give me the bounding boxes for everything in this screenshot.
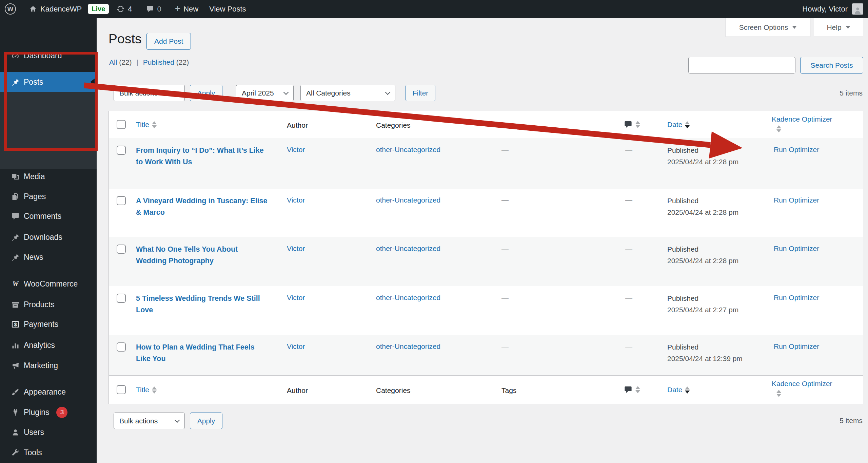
sidebar-item-tools[interactable]: Tools xyxy=(0,443,97,462)
column-header-categories: Categories xyxy=(376,121,411,129)
run-optimizer-link[interactable]: Run Optimizer xyxy=(774,245,819,253)
sidebar-item-pages[interactable]: Pages xyxy=(0,187,97,206)
comments-count: 0 xyxy=(157,5,161,14)
bulk-actions-select[interactable]: Bulk actions xyxy=(114,85,185,101)
column-footer-title[interactable]: Title xyxy=(136,386,157,394)
add-post-button[interactable]: Add Post xyxy=(146,33,191,50)
category-link[interactable]: other-Uncategorized xyxy=(376,294,440,302)
row-checkbox[interactable] xyxy=(117,196,126,205)
pin-icon xyxy=(11,233,20,242)
plus-icon: + xyxy=(175,5,180,12)
comments-value: — xyxy=(625,294,632,302)
author-link[interactable]: Victor xyxy=(287,245,305,253)
site-name-link[interactable]: KadenceWP xyxy=(29,5,82,14)
new-content-link[interactable]: + New xyxy=(175,5,198,14)
column-header-kadence-optimizer[interactable]: Kadence Optimizer xyxy=(772,115,832,132)
sidebar-label: Posts xyxy=(24,78,43,87)
megaphone-icon xyxy=(11,361,20,370)
run-optimizer-link[interactable]: Run Optimizer xyxy=(774,196,819,204)
sidebar-item-media[interactable]: Media xyxy=(0,167,97,186)
run-optimizer-link[interactable]: Run Optimizer xyxy=(774,146,819,154)
comment-bubble-icon xyxy=(624,120,633,129)
date-cell: Published2025/04/24 at 2:28 pm xyxy=(667,244,766,267)
sidebar-item-analytics[interactable]: Analytics xyxy=(0,335,97,355)
tab-screen-options[interactable]: Screen Options xyxy=(726,18,810,37)
plug-icon xyxy=(11,408,20,417)
column-header-title[interactable]: Title xyxy=(136,121,157,129)
apply-button-bottom[interactable]: Apply xyxy=(190,413,222,429)
author-link[interactable]: Victor xyxy=(287,342,305,351)
filter-button[interactable]: Filter xyxy=(406,85,435,101)
date-cell: Published2025/04/24 at 12:39 pm xyxy=(667,341,766,364)
sidebar-item-dashboard[interactable]: Dashboard xyxy=(0,46,97,65)
tab-help[interactable]: Help xyxy=(814,18,863,37)
sidebar-label: Comments xyxy=(24,212,61,221)
row-checkbox[interactable] xyxy=(117,146,126,155)
category-link[interactable]: other-Uncategorized xyxy=(376,245,440,253)
search-posts-button[interactable]: Search Posts xyxy=(800,57,863,73)
tags-value: — xyxy=(501,245,509,253)
row-checkbox[interactable] xyxy=(117,294,126,303)
view-filter-links: All (22) | Published (22) xyxy=(109,58,189,66)
sidebar-item-appearance[interactable]: Appearance xyxy=(0,382,97,402)
run-optimizer-link[interactable]: Run Optimizer xyxy=(774,294,819,302)
sidebar-item-comments[interactable]: Comments xyxy=(0,206,97,226)
column-header-date[interactable]: Date xyxy=(667,121,690,129)
svg-text:$: $ xyxy=(14,321,17,327)
sidebar-item-products[interactable]: Products xyxy=(0,295,97,314)
filter-published-link[interactable]: Published xyxy=(143,58,174,66)
post-title-link[interactable]: What No One Tells You About Wedding Phot… xyxy=(136,244,270,267)
sidebar-item-posts[interactable]: Posts xyxy=(0,72,97,92)
woocommerce-icon: W xyxy=(11,279,20,289)
sidebar-label: Marketing xyxy=(24,361,58,370)
post-title-link[interactable]: 5 Timeless Wedding Trends We Still Love xyxy=(136,293,270,316)
updates-link[interactable]: 4 xyxy=(116,5,132,14)
comments-link[interactable]: 0 xyxy=(146,5,161,14)
filter-all-link[interactable]: All xyxy=(109,58,117,66)
account-menu[interactable]: Howdy, Victor xyxy=(802,3,863,15)
sidebar-label: Media xyxy=(24,172,45,181)
separator: | xyxy=(136,58,138,66)
wordpress-logo-icon[interactable]: W xyxy=(5,3,16,15)
bulk-actions-select-bottom[interactable]: Bulk actions xyxy=(114,413,185,429)
sidebar-item-news[interactable]: News xyxy=(0,247,97,267)
row-checkbox[interactable] xyxy=(117,342,126,352)
sidebar-item-downloads[interactable]: Downloads xyxy=(0,227,97,247)
sidebar-label: Tools xyxy=(24,448,42,457)
post-title-link[interactable]: How to Plan a Wedding That Feels Like Yo… xyxy=(136,341,270,364)
column-footer-kadence-optimizer[interactable]: Kadence Optimizer xyxy=(772,380,832,397)
run-optimizer-link[interactable]: Run Optimizer xyxy=(774,342,819,351)
apply-button-top[interactable]: Apply xyxy=(190,85,222,101)
view-posts-link[interactable]: View Posts xyxy=(209,5,246,14)
author-link[interactable]: Victor xyxy=(287,146,305,154)
column-footer-date[interactable]: Date xyxy=(667,386,690,394)
category-link[interactable]: other-Uncategorized xyxy=(376,146,440,154)
select-all-checkbox[interactable] xyxy=(117,120,126,129)
comment-bubble-icon xyxy=(624,385,633,394)
sidebar-item-users[interactable]: Users xyxy=(0,422,97,442)
category-filter-select[interactable]: All Categories xyxy=(300,85,395,101)
category-link[interactable]: other-Uncategorized xyxy=(376,196,440,204)
post-title-link[interactable]: From Inquiry to “I Do”: What It’s Like t… xyxy=(136,145,270,168)
sidebar-item-plugins[interactable]: Plugins 3 xyxy=(0,402,97,422)
post-title-link[interactable]: A Vineyard Wedding in Tuscany: Elise & M… xyxy=(136,195,270,218)
author-link[interactable]: Victor xyxy=(287,294,305,302)
date-filter-select[interactable]: April 2025 xyxy=(236,85,294,101)
comments-value: — xyxy=(625,342,632,351)
row-checkbox[interactable] xyxy=(117,245,126,254)
category-link[interactable]: other-Uncategorized xyxy=(376,342,440,351)
date-cell: Published2025/04/24 at 2:28 pm xyxy=(667,145,766,168)
svg-text:W: W xyxy=(12,280,19,288)
column-footer-comments[interactable] xyxy=(624,385,640,394)
date-cell: Published2025/04/24 at 2:28 pm xyxy=(667,195,766,218)
tags-value: — xyxy=(501,196,509,204)
search-input[interactable] xyxy=(688,57,795,73)
sidebar-item-payments[interactable]: $ Payments xyxy=(0,314,97,334)
column-header-comments[interactable] xyxy=(624,120,640,129)
select-all-checkbox[interactable] xyxy=(117,385,126,394)
home-icon xyxy=(29,5,37,13)
pin-icon xyxy=(11,253,20,262)
sidebar-item-woocommerce[interactable]: W WooCommerce xyxy=(0,274,97,294)
sidebar-item-marketing[interactable]: Marketing xyxy=(0,356,97,375)
author-link[interactable]: Victor xyxy=(287,196,305,204)
